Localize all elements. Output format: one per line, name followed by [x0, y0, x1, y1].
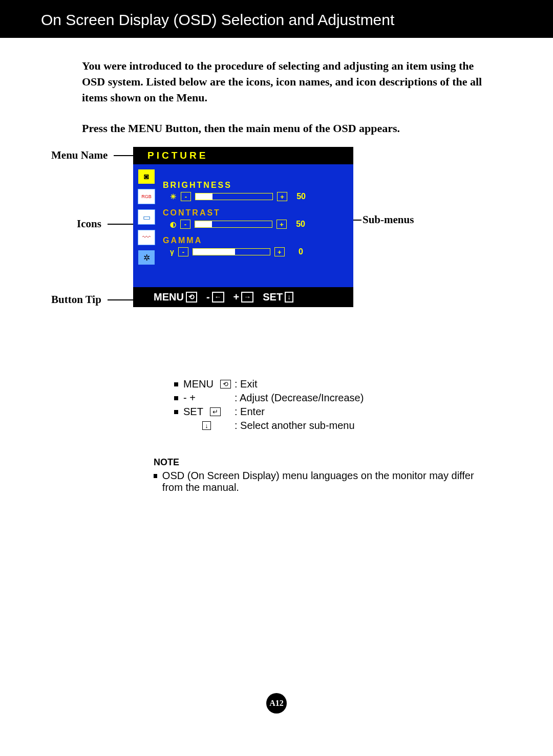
label-sub-menus: Sub-menus	[363, 213, 414, 226]
tip-row: MENU ⟲ : Exit	[174, 378, 497, 390]
osd-panel: PICTURE ◙ RGB ▭ 〰 ✲ BRIGHTNESS ☀ -	[133, 147, 353, 307]
set-key[interactable]: SET↓	[263, 291, 293, 303]
minus-key[interactable]: -←	[206, 291, 224, 303]
contrast-value: 50	[291, 220, 305, 229]
brightness-slider[interactable]: ☀ - + 50	[170, 192, 348, 201]
plus-button[interactable]: +	[277, 192, 287, 201]
intro-text-2: Press the MENU Button, then the main men…	[82, 121, 497, 137]
label-icons: Icons	[77, 218, 101, 230]
tip-row: SET ↵ : Enter	[174, 406, 497, 418]
contrast-icon: ◐	[170, 220, 176, 228]
sub-gamma: GAMMA	[163, 236, 348, 245]
button-tips: MENU ⟲ : Exit - + : Adjust (Decrease/Inc…	[174, 378, 497, 431]
intro-text: You were introduced to the procedure of …	[82, 58, 497, 105]
gamma-slider[interactable]: γ - + 0	[170, 247, 348, 256]
picture-icon[interactable]: ◙	[138, 169, 155, 184]
note-text: OSD (On Screen Display) menu languages o…	[162, 470, 497, 493]
page-number: A12	[266, 693, 287, 714]
label-menu-name: Menu Name	[51, 149, 108, 162]
minus-button[interactable]: -	[178, 247, 188, 256]
note-section: NOTE OSD (On Screen Display) menu langua…	[154, 457, 497, 493]
screen-icon[interactable]: ▭	[138, 209, 155, 225]
gamma-value: 0	[289, 247, 303, 256]
brightness-value: 50	[291, 192, 306, 201]
tip-row: - + : Adjust (Decrease/Increase)	[174, 392, 497, 404]
contrast-slider[interactable]: ◐ - + 50	[170, 220, 348, 229]
label-button-tip: Button Tip	[51, 293, 101, 306]
setup-icon[interactable]: ✲	[138, 250, 155, 265]
osd-footer: MENU⟲ -← +→ SET↓	[133, 287, 353, 307]
sun-icon: ☀	[170, 192, 177, 201]
tracking-icon[interactable]: 〰	[138, 230, 155, 245]
menu-key[interactable]: MENU⟲	[154, 291, 197, 303]
sub-contrast: CONTRAST	[163, 208, 348, 218]
plus-button[interactable]: +	[276, 220, 287, 229]
sub-brightness: BRIGHTNESS	[163, 181, 348, 190]
note-heading: NOTE	[154, 457, 497, 468]
osd-diagram: Menu Name Icons Button Tip Sub-menus PIC…	[61, 147, 481, 372]
minus-button[interactable]: -	[180, 220, 190, 229]
page-title: On Screen Display (OSD) Selection and Ad…	[0, 0, 553, 38]
plus-button[interactable]: +	[274, 247, 285, 256]
plus-key[interactable]: +→	[233, 291, 254, 303]
osd-submenus: BRIGHTNESS ☀ - + 50 CONTRAST ◐ -	[160, 164, 353, 287]
minus-button[interactable]: -	[181, 192, 191, 201]
tip-row: ↓ : Select another sub-menu	[174, 420, 497, 431]
osd-icon-column: ◙ RGB ▭ 〰 ✲	[133, 164, 160, 287]
osd-menu-title: PICTURE	[133, 147, 353, 164]
gamma-icon: γ	[170, 248, 174, 256]
color-icon[interactable]: RGB	[138, 189, 155, 204]
